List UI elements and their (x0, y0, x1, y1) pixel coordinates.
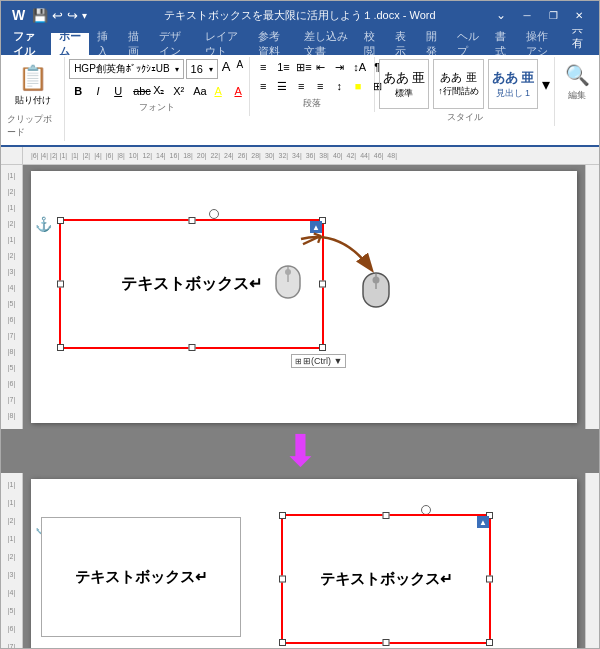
handle-b-bl[interactable] (279, 639, 286, 646)
tab-view[interactable]: 表示 (387, 33, 418, 55)
undo-icon[interactable]: ↩ (52, 8, 63, 23)
style-standard-label: 標準 (395, 87, 413, 100)
underline-btn[interactable]: U (109, 83, 127, 99)
tab-draw[interactable]: 描画 (120, 33, 151, 55)
font-name-box[interactable]: HGP創英角ﾎﾞｯｸｼｪUB ▾ (69, 59, 183, 79)
style-compact-label: ↑行間詰め (438, 85, 479, 98)
align-left-btn[interactable]: ≡ (254, 78, 272, 95)
handle-b-tm[interactable] (383, 512, 390, 519)
multilevel-list-btn[interactable]: ⊞≡ (292, 59, 310, 76)
handle-tm[interactable] (188, 217, 195, 224)
textbox-text-2: テキストボックス↵ (320, 570, 453, 589)
anchor-icon: ⚓ (35, 216, 52, 232)
redo-icon[interactable]: ↪ (67, 8, 78, 23)
clipboard-group-label: クリップボード (7, 111, 58, 139)
textbox-plain-left[interactable]: テキストボックス↵ (41, 517, 241, 637)
align-center-btn[interactable]: ☰ (273, 78, 291, 95)
handle-br[interactable] (319, 344, 326, 351)
left-ruler-top: |1| |2| |1| |2| |1| |2| |3| |4| |5| |6| … (1, 165, 23, 429)
styles-group-label: スタイル (379, 109, 550, 124)
find-btn[interactable]: 🔍 (565, 63, 590, 87)
tab-file[interactable]: ファイル (5, 33, 51, 55)
tab-layout[interactable]: レイアウト (197, 33, 250, 55)
handle-b-br[interactable] (486, 639, 493, 646)
handle-bl[interactable] (57, 344, 64, 351)
numbering-btn[interactable]: 1≡ (273, 59, 291, 76)
style-standard-preview: ああ 亜 (383, 69, 426, 87)
customize-qat-icon[interactable]: ▾ (82, 10, 87, 21)
svg-point-5 (373, 277, 380, 284)
scroll-btn-bottom[interactable]: ▲ (477, 516, 489, 528)
italic-btn[interactable]: I (89, 83, 107, 99)
bold-btn[interactable]: B (69, 83, 87, 99)
bullets-btn[interactable]: ≡ (254, 59, 272, 76)
paste-button[interactable]: 📋 貼り付け (13, 59, 53, 111)
tab-references[interactable]: 参考資料 (250, 33, 296, 55)
textbox-selected-bottom[interactable]: テキストボックス↵ ▲ (281, 514, 491, 644)
titlebar-title: テキストボックスを最大限に活用しよう１.docx - Word (164, 8, 435, 23)
tab-mailings[interactable]: 差し込み文書 (296, 33, 357, 55)
line-spacing-btn[interactable]: ↕ (330, 78, 348, 95)
highlight-color-btn[interactable]: A (209, 83, 227, 99)
doc-top-section: |1| |2| |1| |2| |1| |2| |3| |4| |5| |6| … (1, 165, 599, 429)
minimize-btn[interactable]: ─ (515, 6, 539, 24)
font-size-dropdown-icon[interactable]: ▾ (209, 65, 213, 74)
titlebar-controls: ⌄ ─ ❐ ✕ (489, 6, 591, 24)
shrink-font-btn[interactable]: A (234, 59, 245, 79)
handle-b-bm[interactable] (383, 639, 390, 646)
quicksave-icon[interactable]: 💾 (32, 8, 48, 23)
justify-btn[interactable]: ≡ (311, 78, 329, 95)
style-heading1[interactable]: ああ 亜 見出し 1 (488, 59, 538, 109)
tab-review[interactable]: 校閲 (356, 33, 387, 55)
ribbon: 📋 貼り付け クリップボード HGP創英角ﾎﾞｯｸｼｪUB ▾ 16 ▾ A A (1, 55, 599, 147)
paragraph-group: ≡ 1≡ ⊞≡ ⇤ ⇥ ↕A ¶ ≡ ☰ ≡ ≡ ↕ ■ ⊞ 段落 (250, 57, 375, 112)
restore-btn[interactable]: ❐ (541, 6, 565, 24)
strikethrough-btn[interactable]: abc (129, 83, 147, 99)
shading-btn[interactable]: ■ (349, 78, 367, 95)
style-heading1-label: 見出し 1 (496, 87, 531, 100)
tab-format[interactable]: 書式 (487, 33, 518, 55)
handle-bm[interactable] (188, 344, 195, 351)
doc-bottom-section: |1| |1| |2| |1| |2| |3| |4| |5| |6| |7| … (1, 473, 599, 648)
close-btn[interactable]: ✕ (567, 6, 591, 24)
handle-b-mr[interactable] (486, 576, 493, 583)
right-scrollbar-bottom[interactable] (585, 473, 599, 648)
textbox-selected[interactable]: テキストボックス↵ ▲ (59, 219, 324, 349)
handle-tl[interactable] (57, 217, 64, 224)
handle-ml[interactable] (57, 281, 64, 288)
doc-bottom-page: ⚓ テキストボックス↵ (23, 473, 585, 648)
tab-dev[interactable]: 開発 (418, 33, 449, 55)
styles-more-btn[interactable]: ▾ (542, 75, 550, 94)
ribbon-tabs: ファイル ホーム 挿入 描画 デザイン レイアウト 参考資料 差し込み文書 校閲… (1, 29, 599, 55)
increase-indent-btn[interactable]: ⇥ (330, 59, 348, 76)
align-right-btn[interactable]: ≡ (292, 78, 310, 95)
tab-assist[interactable]: 操作アシ (518, 33, 564, 55)
font-size-box[interactable]: 16 ▾ (186, 59, 218, 79)
right-scrollbar-top[interactable] (585, 165, 599, 429)
textbox-text-1: テキストボックス↵ (121, 274, 262, 295)
style-compact[interactable]: ああ 亜 ↑行間詰め (433, 59, 483, 109)
titlebar: W 💾 ↩ ↪ ▾ テキストボックスを最大限に活用しよう１.docx - Wor… (1, 1, 599, 29)
rotate-handle-top[interactable] (209, 209, 219, 219)
main-content: |1| |2| |1| |2| |1| |2| |3| |4| |5| |6| … (1, 165, 599, 648)
app-window: W 💾 ↩ ↪ ▾ テキストボックスを最大限に活用しよう１.docx - Wor… (0, 0, 600, 649)
superscript-btn[interactable]: X² (169, 83, 187, 99)
style-standard[interactable]: ああ 亜 標準 (379, 59, 429, 109)
change-case-btn[interactable]: Aa (189, 83, 207, 99)
ribbon-display-btn[interactable]: ⌄ (489, 6, 513, 24)
tab-insert[interactable]: 挿入 (89, 33, 120, 55)
sort-btn[interactable]: ↕A (349, 59, 367, 76)
decrease-indent-btn[interactable]: ⇤ (311, 59, 329, 76)
handle-b-ml[interactable] (279, 576, 286, 583)
handle-b-tl[interactable] (279, 512, 286, 519)
grow-font-btn[interactable]: A (220, 59, 233, 79)
font-color-btn[interactable]: A (229, 83, 247, 99)
pink-arrow-icon: ⬇ (282, 429, 319, 473)
subscript-btn[interactable]: X₂ (149, 82, 167, 99)
paragraph-group-label: 段落 (254, 95, 370, 110)
tab-help[interactable]: ヘルプ (449, 33, 487, 55)
tab-home[interactable]: ホーム (51, 33, 89, 55)
font-name-dropdown-icon[interactable]: ▾ (175, 65, 179, 74)
tab-design[interactable]: デザイン (151, 33, 197, 55)
font-group: HGP創英角ﾎﾞｯｸｼｪUB ▾ 16 ▾ A A B I U abc X₂ X… (65, 57, 250, 116)
